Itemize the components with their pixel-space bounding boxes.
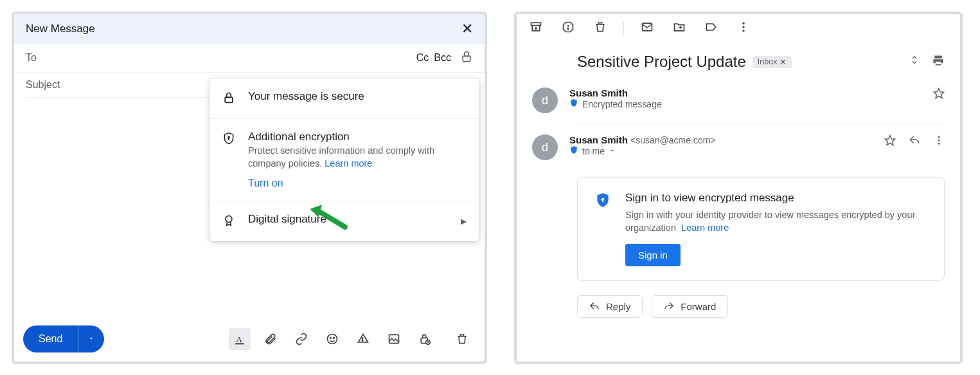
- reply-button[interactable]: Reply: [577, 295, 643, 318]
- learn-more-link[interactable]: Learn more: [681, 223, 729, 233]
- learn-more-link[interactable]: Learn more: [325, 158, 372, 169]
- link-icon[interactable]: [290, 328, 312, 350]
- encrypted-text: Encrypted message: [582, 99, 662, 109]
- bcc-button[interactable]: Bcc: [434, 52, 451, 64]
- encryption-section: Additional encryption Protect sensitive …: [209, 119, 479, 201]
- send-label[interactable]: Send: [23, 333, 78, 345]
- to-me-text: to me: [582, 146, 605, 156]
- close-icon[interactable]: ✕: [461, 21, 473, 37]
- label-icon[interactable]: [705, 21, 718, 36]
- secure-title: Your message is secure: [248, 90, 467, 103]
- lock-icon[interactable]: [460, 50, 473, 66]
- more-icon[interactable]: [737, 21, 750, 36]
- svg-point-20: [742, 23, 744, 24]
- svg-point-8: [328, 334, 337, 344]
- archive-icon[interactable]: [530, 21, 542, 36]
- forward-label: Forward: [681, 301, 716, 312]
- expanded-message: d Susan Smith <susan@acme.com> to me: [517, 127, 960, 168]
- svg-rect-29: [602, 200, 603, 202]
- encryption-title: Additional encryption: [248, 131, 467, 143]
- divider: [577, 123, 945, 124]
- svg-marker-23: [934, 89, 944, 98]
- sender-line: Susan Smith <susan@acme.com>: [569, 134, 716, 145]
- secure-section: Your message is secure: [209, 78, 479, 119]
- subject-placeholder: Subject: [26, 79, 60, 91]
- svg-point-25: [938, 136, 940, 138]
- subject-row: Sensitive Project Update Inbox ✕: [517, 44, 960, 80]
- label-chip[interactable]: Inbox ✕: [753, 56, 792, 68]
- chevron-down-icon[interactable]: [609, 146, 616, 156]
- compose-title: New Message: [26, 23, 95, 35]
- print-icon[interactable]: [932, 54, 945, 69]
- svg-point-9: [330, 338, 332, 339]
- shield-icon: [569, 98, 578, 109]
- cc-button[interactable]: Cc: [416, 52, 429, 64]
- forward-button[interactable]: Forward: [652, 295, 728, 318]
- encrypted-title: Sign in to view encrypted message: [625, 192, 927, 205]
- sender-name: Susan Smith: [569, 87, 662, 98]
- spam-icon[interactable]: [562, 21, 575, 36]
- to-field-row[interactable]: To Cc Bcc: [14, 44, 485, 73]
- lock-icon: [222, 90, 236, 107]
- recipient-line[interactable]: to me: [569, 145, 716, 156]
- label-remove-icon[interactable]: ✕: [780, 57, 787, 67]
- svg-rect-3: [229, 138, 229, 140]
- compose-window: New Message ✕ To Cc Bcc Subject Your mes…: [12, 12, 487, 364]
- mark-unread-icon[interactable]: [641, 21, 654, 36]
- shield-icon: [594, 192, 611, 266]
- svg-text:!: !: [362, 336, 363, 342]
- shield-icon: [569, 145, 578, 156]
- svg-rect-0: [463, 56, 470, 61]
- star-icon[interactable]: [933, 87, 945, 102]
- security-popover: Your message is secure Additional encryp…: [209, 78, 479, 241]
- reply-icon[interactable]: [909, 134, 920, 149]
- send-button[interactable]: Send: [23, 325, 104, 352]
- compose-footer: Send A !: [14, 319, 485, 361]
- image-icon[interactable]: [383, 328, 405, 350]
- avatar: d: [532, 134, 558, 160]
- svg-rect-1: [225, 97, 233, 102]
- reading-pane: Sensitive Project Update Inbox ✕ d Susan…: [514, 12, 963, 364]
- svg-rect-15: [531, 23, 541, 25]
- chevron-right-icon: ▶: [461, 217, 467, 226]
- signature-section[interactable]: Digital signature ▶: [209, 201, 479, 241]
- star-icon[interactable]: [884, 134, 896, 149]
- more-icon[interactable]: [933, 134, 945, 149]
- compose-header: New Message ✕: [14, 14, 485, 44]
- svg-point-18: [567, 29, 569, 30]
- svg-marker-24: [886, 136, 895, 145]
- shield-icon: [222, 131, 236, 147]
- send-more-button[interactable]: [78, 333, 104, 345]
- svg-point-10: [334, 338, 335, 339]
- badge-icon: [222, 213, 236, 230]
- encryption-desc: Protect sensitive information and comply…: [248, 145, 467, 170]
- drive-icon[interactable]: !: [352, 328, 374, 350]
- svg-point-22: [742, 30, 744, 32]
- turn-on-button[interactable]: Turn on: [248, 178, 283, 189]
- emoji-icon[interactable]: [321, 328, 343, 350]
- collapsed-message[interactable]: d Susan Smith Encrypted message: [517, 80, 960, 121]
- action-bar: [517, 14, 960, 44]
- attach-icon[interactable]: [260, 328, 281, 350]
- message-subject: Sensitive Project Update: [577, 53, 746, 71]
- discard-icon[interactable]: [451, 328, 473, 350]
- reply-label: Reply: [606, 301, 630, 312]
- encrypted-card: Sign in to view encrypted message Sign i…: [577, 177, 945, 281]
- avatar: d: [532, 87, 558, 113]
- svg-point-27: [938, 143, 940, 145]
- encrypted-indicator: Encrypted message: [569, 98, 662, 109]
- label-text: Inbox: [758, 57, 778, 66]
- svg-text:A: A: [236, 334, 242, 344]
- svg-point-26: [938, 140, 940, 142]
- delete-icon[interactable]: [594, 21, 607, 36]
- formatting-icon[interactable]: A: [229, 328, 251, 350]
- separator: [623, 22, 624, 35]
- signature-title: Digital signature: [248, 213, 449, 226]
- sign-in-button[interactable]: Sign in: [625, 244, 681, 266]
- svg-point-21: [742, 26, 744, 28]
- expand-icon[interactable]: [909, 54, 920, 69]
- encrypted-desc: Sign in with your identity provider to v…: [625, 208, 927, 235]
- to-label: To: [26, 52, 37, 64]
- move-to-icon[interactable]: [673, 21, 686, 36]
- confidential-icon[interactable]: [414, 328, 436, 350]
